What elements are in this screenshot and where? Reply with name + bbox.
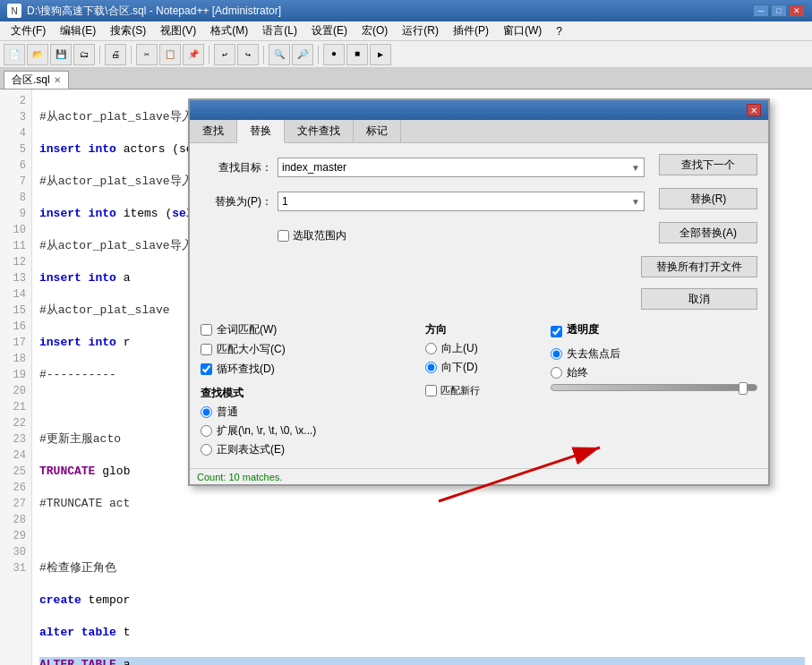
paste-button[interactable]: 📌 [183, 44, 204, 65]
tab-replace[interactable]: 替换 [237, 120, 285, 143]
new-button[interactable]: 📄 [4, 44, 25, 65]
options-section: 全词匹配(W) 匹配大小写(C) 循环查找(D) 查找模式 [201, 322, 757, 461]
find-input-combo[interactable]: index_master ▼ [278, 158, 645, 177]
menu-plugins[interactable]: 插件(P) [446, 21, 496, 40]
radio-regex-input[interactable] [201, 444, 212, 456]
menu-language[interactable]: 语言(L) [255, 21, 304, 40]
radio-lose-focus: 失去焦点后 [551, 346, 757, 362]
replace-row: 替换为(P)： 1 ▼ 替换(R) [201, 188, 757, 215]
transparency-checkbox[interactable] [551, 326, 562, 337]
menu-window[interactable]: 窗口(W) [496, 21, 549, 40]
selected-range-text: 选取范围内 [293, 228, 346, 243]
maximize-button[interactable]: □ [771, 4, 787, 17]
menu-view[interactable]: 视图(V) [153, 21, 203, 40]
radio-normal: 普通 [201, 405, 407, 420]
radio-always: 始终 [551, 365, 757, 380]
radio-normal-label: 普通 [217, 405, 238, 420]
macro-stop-button[interactable]: ■ [346, 44, 368, 65]
menu-run[interactable]: 运行(R) [395, 21, 446, 40]
print-button[interactable]: 🖨 [105, 44, 126, 65]
tab-file-find[interactable]: 文件查找 [285, 120, 354, 142]
window-title: D:\搜狗高速下载\合区.sql - Notepad++ [Administra… [27, 4, 753, 19]
button-column: 查找下一个 [659, 154, 757, 181]
checkbox-whole-word: 全词匹配(W) [201, 322, 407, 337]
extra-buttons-row: 替换所有打开文件 取消 [201, 256, 757, 315]
tab-hequsql[interactable]: 合区.sql ✕ [4, 71, 69, 89]
selected-range-checkbox[interactable] [278, 230, 289, 242]
replace-input-combo[interactable]: 1 ▼ [278, 192, 645, 211]
radio-extended-input[interactable] [201, 425, 212, 437]
zoom-in-button[interactable]: 🔎 [292, 44, 313, 65]
minimize-button[interactable]: ─ [753, 4, 769, 17]
dialog-overlay: ✕ 查找 替换 文件查找 标记 查找目标： index_master ▼ [0, 90, 812, 665]
whole-word-label: 全词匹配(W) [217, 322, 277, 337]
copy-button[interactable]: 📋 [159, 44, 181, 65]
circular-label: 循环查找(D) [217, 362, 275, 377]
open-button[interactable]: 📂 [27, 44, 48, 65]
tab-close-icon[interactable]: ✕ [54, 75, 61, 85]
transparency-slider[interactable] [551, 384, 757, 391]
circular-checkbox[interactable] [201, 363, 212, 375]
replace-all-open-button[interactable]: 替换所有打开文件 [641, 256, 757, 277]
radio-extended: 扩展(\n, \r, \t, \0, \x...) [201, 423, 407, 439]
match-newline-checkbox[interactable] [425, 385, 437, 396]
radio-lose-focus-input[interactable] [551, 348, 562, 360]
find-value: index_master [282, 161, 346, 174]
save-all-button[interactable]: 🗂 [73, 44, 95, 65]
find-mode-section: 查找模式 普通 扩展(\n, \r, \t, \0, \x...) [201, 386, 407, 457]
radio-down-input[interactable] [425, 362, 437, 373]
menu-search[interactable]: 搜索(S) [103, 21, 153, 40]
replace-value: 1 [282, 195, 288, 208]
transparency-label: 透明度 [567, 322, 599, 337]
app-icon: N [7, 4, 21, 18]
radio-always-input[interactable] [551, 367, 562, 379]
dialog-tabs: 查找 替换 文件查找 标记 [190, 120, 768, 143]
find-button[interactable]: 🔍 [269, 44, 290, 65]
menu-settings[interactable]: 设置(E) [304, 21, 355, 40]
find-next-button[interactable]: 查找下一个 [659, 154, 757, 175]
radio-regex: 正则表达式(E) [201, 442, 407, 457]
menu-format[interactable]: 格式(M) [203, 21, 255, 40]
radio-normal-input[interactable] [201, 406, 212, 418]
cut-button[interactable]: ✂ [136, 44, 158, 65]
menu-file[interactable]: 文件(F) [4, 21, 53, 40]
match-case-checkbox[interactable] [201, 344, 212, 355]
save-button[interactable]: 💾 [50, 44, 72, 65]
find-input-row: 查找目标： index_master ▼ [201, 158, 652, 177]
menu-help[interactable]: ? [549, 23, 569, 39]
undo-button[interactable]: ↩ [214, 44, 235, 65]
replace-button[interactable]: 替换(R) [659, 188, 757, 209]
replace-all-button[interactable]: 全部替换(A) [659, 222, 757, 243]
menu-macro[interactable]: 宏(O) [355, 21, 395, 40]
macro-button[interactable]: ● [323, 44, 345, 65]
tab-mark[interactable]: 标记 [354, 120, 401, 142]
match-case-label: 匹配大小写(C) [217, 342, 286, 357]
match-newline-label: 匹配新行 [440, 384, 480, 397]
editor-container: 2 3 4 5 6 7 8 9 10 11 12 13 14 15 16 17 … [0, 90, 812, 665]
radio-up-label: 向上(U) [441, 341, 478, 356]
radio-extended-label: 扩展(\n, \r, \t, \0, \x...) [217, 423, 316, 439]
redo-button[interactable]: ↪ [237, 44, 259, 65]
find-mode-label: 查找模式 [201, 386, 407, 401]
extra-buttons: 替换所有打开文件 取消 [641, 256, 757, 315]
find-label: 查找目标： [201, 160, 272, 175]
macro-play-button[interactable]: ▶ [370, 44, 391, 65]
whole-word-checkbox[interactable] [201, 324, 212, 336]
cancel-button[interactable]: 取消 [641, 288, 757, 310]
find-replace-dialog: ✕ 查找 替换 文件查找 标记 查找目标： index_master ▼ [188, 98, 770, 486]
window-controls[interactable]: ─ □ ✕ [753, 4, 805, 17]
direction-col: 方向 向上(U) 向下(D) 匹配新行 [425, 322, 533, 461]
radio-down-label: 向下(D) [441, 360, 478, 375]
dialog-close-button[interactable]: ✕ [747, 104, 761, 116]
toolbar-separator-4 [263, 46, 264, 64]
menu-edit[interactable]: 编辑(E) [53, 21, 103, 40]
selected-range-label: 选取范围内 [278, 228, 346, 243]
close-button[interactable]: ✕ [789, 4, 805, 17]
title-bar: N D:\搜狗高速下载\合区.sql - Notepad++ [Administ… [0, 0, 812, 21]
toolbar-separator-5 [318, 46, 319, 64]
dialog-title-bar: ✕ [190, 100, 768, 120]
transparency-header: 透明度 [551, 322, 757, 341]
radio-up-input[interactable] [425, 343, 437, 354]
tab-find[interactable]: 查找 [190, 120, 237, 142]
menu-bar: 文件(F) 编辑(E) 搜索(S) 视图(V) 格式(M) 语言(L) 设置(E… [0, 21, 812, 41]
